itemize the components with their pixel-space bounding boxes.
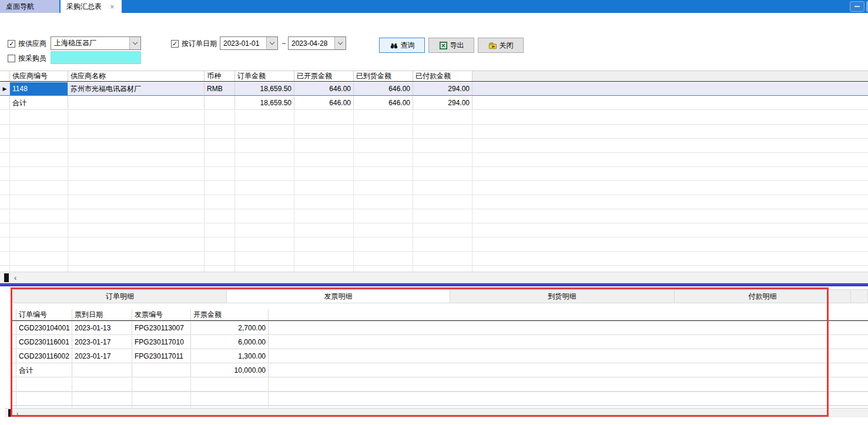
cell-currency[interactable]: RMB — [205, 82, 235, 95]
cell-order-no[interactable]: CGD230116002 — [16, 350, 72, 363]
detail-total-empty-date — [72, 364, 132, 377]
export-button[interactable]: 导出 — [428, 38, 474, 53]
check-icon: ✓ — [172, 41, 177, 47]
buyer-checkbox[interactable] — [8, 55, 15, 62]
col-header-paid-amount[interactable]: 已付款金额 — [413, 71, 472, 81]
cell-paid-amount[interactable]: 294.00 — [413, 82, 472, 95]
supplier-select-dropdown-button[interactable] — [129, 37, 140, 49]
cell-invoice-date[interactable]: 2023-01-17 — [72, 350, 132, 363]
supplier-select[interactable]: 上海稳压器厂 — [51, 36, 141, 50]
detail-table-header: 订单编号 票到日期 发票编号 开票金额 — [11, 309, 868, 321]
main-table-header: 供应商编号 供应商名称 币种 订单金额 已开票金额 已到货金额 已付款金额 — [0, 71, 868, 82]
order-date-filter-label: 按订单日期 — [182, 39, 217, 48]
cell-supplier-code[interactable]: 1148 — [10, 82, 68, 95]
chevron-down-icon — [338, 40, 343, 45]
table-row[interactable]: CGD230116001 2023-01-17 FPG230117010 6,0… — [11, 336, 868, 349]
cell-invoiced-amount[interactable]: 646.00 — [294, 82, 354, 95]
cell-invoice-no[interactable]: FPG230117010 — [132, 336, 191, 349]
date-to-value: 2023-04-28 — [289, 39, 334, 48]
detail-table-scrollbar[interactable]: ‹ — [5, 408, 868, 417]
tab-purchase-summary-label: 采购汇总表 — [66, 0, 102, 13]
tab-payment-detail[interactable]: 付款明细 — [675, 290, 851, 303]
detail-header-indicator — [11, 309, 16, 320]
supplier-filter-label: 按供应商 — [18, 39, 46, 48]
cell-invoice-no[interactable]: FPG230117011 — [132, 350, 191, 363]
table-row[interactable]: CGD230116002 2023-01-17 FPG230117011 1,3… — [11, 350, 868, 363]
table-row[interactable]: CGD230104001 2023-01-13 FPG230113007 2,7… — [11, 322, 868, 335]
cell-order-amount[interactable]: 18,659.50 — [235, 82, 294, 95]
close-button[interactable]: 关闭 — [478, 38, 524, 53]
check-icon: ✓ — [9, 41, 14, 47]
total-empty-currency — [205, 96, 235, 109]
close-button-label: 关闭 — [500, 41, 514, 51]
query-button[interactable]: 查询 — [379, 38, 425, 53]
date-from-dropdown-button[interactable] — [266, 37, 277, 49]
col-header-received-amount[interactable]: 已到货金额 — [354, 71, 413, 81]
detail-row-indicator — [11, 322, 16, 334]
total-label: 合计 — [10, 96, 68, 109]
cell-received-amount[interactable]: 646.00 — [354, 82, 413, 95]
cell-invoice-amount[interactable]: 1,300.00 — [191, 350, 269, 363]
tab-order-detail[interactable]: 订单明细 — [14, 290, 227, 303]
cell-invoice-amount[interactable]: 2,700.00 — [191, 322, 269, 334]
detail-total-empty-invoice — [132, 364, 191, 377]
detail-total-label: 合计 — [16, 364, 72, 377]
col-header-currency[interactable]: 币种 — [205, 71, 235, 81]
buyer-input[interactable] — [51, 51, 141, 64]
col-header-invoice-amount[interactable]: 开票金额 — [191, 309, 269, 320]
order-date-checkbox[interactable]: ✓ — [171, 40, 179, 48]
supplier-select-value: 上海稳压器厂 — [51, 38, 129, 48]
cell-order-no[interactable]: CGD230116001 — [16, 336, 72, 349]
cell-order-no[interactable]: CGD230104001 — [16, 322, 72, 334]
supplier-checkbox[interactable]: ✓ — [8, 40, 15, 48]
cell-invoice-no[interactable]: FPG230113007 — [132, 322, 191, 334]
scrollbar-thumb[interactable] — [8, 409, 12, 417]
window-minimize-button[interactable] — [850, 1, 864, 12]
col-header-supplier-name[interactable]: 供应商名称 — [68, 71, 205, 81]
col-header-invoice-no[interactable]: 发票编号 — [132, 309, 191, 320]
row-indicator-icon: ▶ — [0, 82, 10, 95]
col-header-invoice-date[interactable]: 票到日期 — [72, 309, 132, 320]
tab-desktop-nav[interactable]: 桌面导航 — [0, 0, 59, 13]
main-table-scrollbar[interactable]: ‹ — [0, 272, 868, 283]
col-header-invoiced-amount[interactable]: 已开票金额 — [294, 71, 354, 81]
tab-purchase-summary[interactable]: 采购汇总表 × — [61, 0, 122, 13]
cell-invoice-amount[interactable]: 6,000.00 — [191, 336, 269, 349]
main-table-empty-grid — [0, 111, 868, 272]
cell-invoice-date[interactable]: 2023-01-13 — [72, 322, 132, 334]
scroll-left-icon[interactable]: ‹ — [16, 409, 19, 417]
detail-row-indicator — [11, 364, 16, 377]
app-window: 桌面导航 采购汇总表 × ✓ 按供应商 上海稳压器厂 按采购员 ✓ 按订单日期 … — [0, 0, 868, 425]
panel-splitter[interactable] — [0, 283, 868, 287]
col-header-supplier-code[interactable]: 供应商编号 — [10, 71, 68, 81]
header-indicator-column — [0, 71, 10, 81]
scroll-left-icon[interactable]: ‹ — [14, 272, 16, 283]
date-to-dropdown-button[interactable] — [334, 37, 346, 49]
folder-exit-icon — [488, 41, 497, 50]
chevron-down-icon — [133, 40, 138, 45]
detail-row-indicator — [11, 336, 16, 349]
excel-icon — [439, 41, 448, 50]
detail-table-empty-grid — [11, 378, 868, 408]
tab-invoice-detail[interactable]: 发票明细 — [227, 290, 450, 303]
binoculars-icon — [390, 41, 398, 50]
tab-desktop-nav-label: 桌面导航 — [6, 2, 34, 11]
table-row[interactable]: ▶ 1148 苏州市光福电讯器材厂 RMB 18,659.50 646.00 6… — [0, 82, 868, 96]
tab-arrival-detail[interactable]: 到货明细 — [450, 290, 675, 303]
cell-invoice-date[interactable]: 2023-01-17 — [72, 336, 132, 349]
export-button-label: 导出 — [450, 41, 464, 51]
minimize-dash-icon — [854, 6, 860, 7]
tab-close-icon[interactable]: × — [110, 3, 115, 11]
detail-total-amount: 10,000.00 — [191, 364, 269, 377]
cell-supplier-name[interactable]: 苏州市光福电讯器材厂 — [68, 82, 205, 95]
date-from-select[interactable]: 2023-01-01 — [220, 36, 278, 50]
date-to-select[interactable]: 2023-04-28 — [288, 36, 346, 50]
col-header-order-no[interactable]: 订单编号 — [16, 309, 72, 320]
col-header-order-amount[interactable]: 订单金额 — [235, 71, 294, 81]
total-empty-name — [68, 96, 205, 109]
scrollbar-thumb[interactable] — [4, 273, 9, 282]
detail-total-row: 合计 10,000.00 — [11, 364, 868, 377]
date-from-value: 2023-01-01 — [220, 39, 266, 48]
total-invoiced-amount: 646.00 — [294, 96, 354, 109]
header-filler — [472, 71, 868, 81]
